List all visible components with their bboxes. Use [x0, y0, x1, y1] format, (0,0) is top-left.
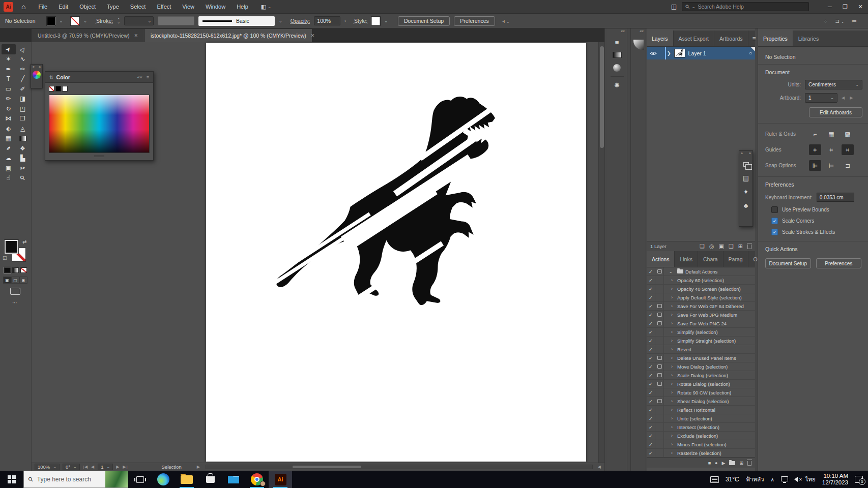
pen-tool[interactable]: ✒ — [2, 64, 16, 74]
action-row[interactable]: ✓›Save For Web JPG Medium — [647, 311, 755, 319]
action-row[interactable]: ✓›Intersect (selection) — [647, 423, 755, 432]
action-checkmark-icon[interactable]: ✓ — [647, 388, 655, 396]
action-checkmark-icon[interactable]: ✓ — [647, 354, 655, 362]
new-action-set-icon[interactable] — [729, 461, 735, 465]
action-checkmark-icon[interactable]: ✓ — [647, 362, 655, 371]
menu-lines-panel-icon[interactable]: ≡ — [612, 38, 623, 47]
stroke-weight-dropdown[interactable]: ⌄ — [124, 16, 154, 25]
vertical-scrollbar[interactable] — [598, 42, 604, 463]
expand-action-icon[interactable]: › — [664, 371, 675, 379]
smart-guides-icon[interactable]: ⌗ — [842, 144, 854, 155]
expand-action-icon[interactable]: › — [664, 362, 675, 371]
action-checkmark-icon[interactable]: ✓ — [647, 423, 655, 431]
modal-toggle-cell[interactable] — [655, 302, 664, 310]
modal-toggle-cell[interactable] — [655, 293, 664, 301]
volume-muted-icon[interactable]: ✕ — [795, 477, 799, 482]
modal-toggle-cell[interactable] — [655, 406, 664, 414]
zoom-level-dropdown[interactable]: 100%⌄ — [35, 464, 60, 470]
free-transform-tool[interactable]: ❒ — [16, 114, 30, 124]
expand-action-icon[interactable]: › — [664, 319, 675, 327]
action-row[interactable]: ✓›Simplify (selection) — [647, 328, 755, 337]
menu-view[interactable]: View — [177, 4, 200, 10]
action-checkmark-icon[interactable]: ✓ — [647, 285, 655, 293]
tab-links[interactable]: Links — [675, 251, 698, 267]
action-row[interactable]: ✓›Shear Dialog (selection) — [647, 397, 755, 406]
document-tab-2[interactable]: istockphoto-1158282150-612x612.jpg* @ 10… — [144, 29, 312, 42]
close-panel-icon[interactable]: × — [39, 65, 41, 69]
chrome-taskbar-button[interactable] — [245, 471, 269, 488]
line-segment-tool[interactable]: ╱ — [16, 74, 30, 84]
libraries-panel-icon[interactable]: ▤ — [741, 173, 751, 183]
quick-preferences-button[interactable]: Preferences — [816, 258, 862, 268]
action-checkmark-icon[interactable]: ✓ — [647, 293, 655, 301]
menu-type[interactable]: Type — [101, 4, 125, 10]
lasso-tool[interactable]: ∿ — [16, 54, 30, 65]
action-row[interactable]: ✓›Opacity 40 Screen (selection) — [647, 285, 755, 293]
action-checkmark-icon[interactable]: ✓ — [647, 276, 655, 284]
column-graph-tool[interactable]: ▙ — [16, 154, 30, 164]
delete-layer-icon[interactable] — [747, 245, 751, 249]
expand-action-icon[interactable]: › — [664, 285, 675, 293]
news-weather-icon[interactable] — [710, 476, 719, 483]
screen-mode-button[interactable] — [10, 288, 20, 295]
expand-dock-icon[interactable]: «« — [631, 28, 646, 34]
artboard-nav-dropdown[interactable]: 1⌄ — [98, 464, 113, 470]
color-panel-header[interactable]: ⇅ Color ««≡ — [45, 72, 153, 83]
action-checkmark-icon[interactable]: ✓ — [647, 397, 655, 405]
tab-paragraph[interactable]: Parag — [724, 251, 748, 267]
hidden-icons-chevron[interactable]: ∧ — [770, 477, 774, 482]
width-tool[interactable]: ⋈ — [2, 114, 16, 124]
magic-wand-tool[interactable]: ✶ — [2, 54, 16, 65]
white-swatch[interactable] — [62, 86, 68, 92]
action-row[interactable]: ✓›Rotate Dialog (selection) — [647, 380, 755, 388]
menu-help[interactable]: Help — [231, 4, 254, 10]
play-action-icon[interactable]: ▶ — [722, 461, 726, 466]
action-row[interactable]: ✓›Simplify Straight (selection) — [647, 337, 755, 345]
rotate-tool[interactable]: ↻ — [2, 104, 16, 114]
chevron-down-icon[interactable]: ⌄ — [279, 19, 282, 23]
action-row[interactable]: ✓›Opacity 60 (selection) — [647, 276, 755, 285]
next-artboard-icon[interactable]: ▶ — [850, 96, 853, 100]
task-view-button[interactable] — [128, 471, 152, 488]
tab-artboards[interactable]: Artboards — [714, 30, 748, 46]
chevron-down-icon[interactable]: ⌄ — [384, 19, 388, 23]
brush-definition-dropdown[interactable]: Basic — [198, 16, 275, 26]
mail-taskbar-button[interactable] — [222, 471, 245, 488]
expand-action-icon[interactable]: › — [664, 293, 675, 301]
menu-window[interactable]: Window — [200, 4, 231, 10]
action-row[interactable]: ✓›Revert — [647, 345, 755, 354]
tab-actions[interactable]: Actions — [647, 251, 675, 267]
layer-row[interactable]: ❯ Layer 1 ○ — [647, 47, 755, 59]
action-checkmark-icon[interactable]: ✓ — [647, 371, 655, 379]
blend-tool[interactable]: ❖ — [16, 143, 30, 154]
workspace-switcher-icon[interactable]: ◧ ⌄ — [261, 4, 271, 10]
modal-toggle-cell[interactable] — [655, 328, 664, 336]
brushes-panel-icon[interactable]: ✦ — [741, 187, 751, 197]
minimize-button[interactable]: ─ — [822, 0, 837, 13]
collapse-icons[interactable]: «« — [137, 75, 142, 80]
close-tab-icon[interactable]: ✕ — [134, 33, 138, 38]
status-play-icon[interactable]: ▶ — [197, 465, 200, 469]
opacity-value[interactable]: 100% — [314, 16, 340, 25]
expand-action-icon[interactable]: › — [664, 328, 675, 336]
action-row[interactable]: ✓›Apply Default Style (selection) — [647, 293, 755, 302]
action-row[interactable]: ✓›Unite (selection) — [647, 414, 755, 423]
expand-action-icon[interactable]: › — [664, 449, 675, 457]
action-checkmark-icon[interactable]: ✓ — [647, 319, 655, 327]
tab-character[interactable]: Chara — [698, 251, 724, 267]
taskbar-search-input[interactable]: ⚲ Type here to search — [23, 471, 128, 488]
default-fill-stroke-icon[interactable]: ◱ — [3, 255, 7, 260]
snap-to-grid-icon[interactable]: ⊫ — [809, 160, 821, 171]
expand-action-icon[interactable]: › — [664, 311, 675, 319]
new-sublayer-icon[interactable]: ❑ — [729, 243, 734, 250]
trex-silhouette-artwork[interactable] — [257, 92, 504, 311]
rectangle-tool[interactable]: ▭ — [2, 84, 16, 94]
keyboard-increment-input[interactable]: 0.0353 cm — [817, 193, 854, 202]
scale-corners-checkbox[interactable]: ✓ — [771, 218, 778, 224]
width-profile-dropdown[interactable] — [158, 16, 194, 25]
document-tab-1[interactable]: Untitled-3 @ 70.59 % (CMYK/Preview)✕ — [32, 29, 144, 42]
stroke-weight-stepper[interactable]: ⌃⌄ — [117, 18, 120, 23]
file-explorer-taskbar-button[interactable] — [175, 471, 198, 488]
tab-libraries[interactable]: Libraries — [793, 30, 824, 46]
swatches-panel-icon[interactable] — [633, 40, 644, 49]
